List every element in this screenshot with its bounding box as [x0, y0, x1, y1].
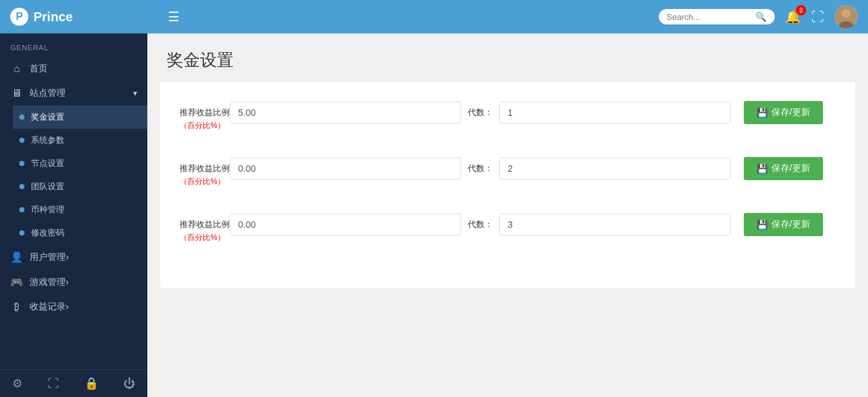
dai-shu-label-1: 代数：: [461, 102, 499, 124]
header: P Prince ☰ 🔍 🔔 8 ⛶: [0, 0, 868, 33]
hamburger-icon[interactable]: ☰: [168, 9, 180, 24]
label-text-2: 推荐收益比例: [180, 163, 230, 173]
input-group-3: 代数： 💾 保存/更新: [230, 213, 836, 236]
sidebar-user-mgmt-label: 用户管理›: [30, 252, 137, 263]
label-text-3: 推荐收益比例: [180, 219, 230, 229]
dot-icon: [19, 115, 24, 120]
label-sub-1: （百分比%）: [180, 121, 225, 130]
home-icon: ⌂: [10, 63, 23, 75]
sidebar-item-change-password[interactable]: 修改密码: [13, 221, 147, 245]
save-button-1[interactable]: 💾 保存/更新: [744, 101, 823, 124]
sidebar-income-records-label: 收益记录›: [30, 301, 137, 313]
search-box: 🔍: [659, 9, 775, 24]
sidebar-item-income-records[interactable]: ₿ 收益记录›: [0, 295, 147, 319]
fullscreen-sidebar-icon[interactable]: ⛶: [48, 377, 59, 391]
dai-shu-label-2: 代数：: [461, 158, 499, 180]
game-icon: 🎮: [10, 276, 23, 288]
save-button-2[interactable]: 💾 保存/更新: [744, 157, 823, 180]
sidebar-site-mgmt-label: 站点管理: [30, 88, 127, 99]
sidebar-item-currency-mgmt[interactable]: 币种管理: [13, 198, 147, 221]
dot-icon: [19, 161, 24, 166]
save-icon-2: 💾: [757, 163, 768, 174]
sidebar-system-params-label: 系统参数: [31, 134, 137, 146]
sidebar-item-bonus-settings[interactable]: 奖金设置: [13, 106, 147, 129]
logo: P Prince: [10, 8, 158, 26]
monitor-icon: 🖥: [10, 88, 23, 99]
content-area: 推荐收益比例 （百分比%） 代数： 💾 保存/更新 推荐收益比例: [160, 82, 855, 288]
avatar[interactable]: [835, 5, 858, 28]
sidebar-bottom: ⚙ ⛶ 🔒 ⏻: [0, 369, 147, 397]
fullscreen-icon[interactable]: ⛶: [811, 10, 824, 24]
form-label-2: 推荐收益比例 （百分比%）: [180, 157, 230, 187]
save-button-3[interactable]: 💾 保存/更新: [744, 213, 823, 236]
sidebar: GENERAL ⌂ 首页 🖥 站点管理 ▾ 奖金设置 系统参数 节点设置: [0, 33, 147, 397]
bitcoin-icon: ₿: [10, 301, 23, 313]
dot-icon: [19, 138, 24, 143]
sidebar-item-user-mgmt[interactable]: 👤 用户管理›: [0, 245, 147, 270]
chevron-down-icon: ▾: [133, 89, 137, 98]
search-input[interactable]: [667, 12, 750, 22]
label-sub-2: （百分比%）: [180, 177, 225, 186]
label-sub-3: （百分比%）: [180, 233, 225, 242]
save-label-1: 保存/更新: [771, 107, 810, 118]
search-icon[interactable]: 🔍: [755, 12, 766, 22]
sidebar-item-system-params[interactable]: 系统参数: [13, 129, 147, 152]
sidebar-bonus-settings-label: 奖金设置: [31, 111, 137, 123]
dot-icon: [19, 184, 24, 189]
header-actions: 🔍 🔔 8 ⛶: [659, 5, 858, 28]
form-row-2: 推荐收益比例 （百分比%） 代数： 💾 保存/更新: [180, 157, 836, 187]
sidebar-game-mgmt-label: 游戏管理›: [30, 277, 137, 288]
save-icon-1: 💾: [757, 107, 768, 118]
generation-input-1[interactable]: [499, 102, 731, 124]
ratio-input-3[interactable]: [230, 214, 461, 235]
header-right: ☰ 🔍 🔔 8 ⛶: [158, 5, 858, 28]
form-label-3: 推荐收益比例 （百分比%）: [180, 213, 230, 243]
dot-icon: [19, 230, 24, 235]
logo-icon: P: [10, 8, 28, 26]
label-text-1: 推荐收益比例: [180, 107, 230, 117]
layout: GENERAL ⌂ 首页 🖥 站点管理 ▾ 奖金设置 系统参数 节点设置: [0, 33, 868, 397]
svg-point-1: [842, 9, 851, 18]
sidebar-sub-items: 奖金设置 系统参数 节点设置 团队设置 币种管理 修改密码: [0, 106, 147, 245]
app-name: Prince: [33, 10, 73, 24]
power-icon[interactable]: ⏻: [124, 377, 135, 391]
sidebar-item-home[interactable]: ⌂ 首页: [0, 57, 147, 81]
input-group-1: 代数： 💾 保存/更新: [230, 101, 836, 124]
notification-bell[interactable]: 🔔 8: [785, 9, 801, 24]
generation-input-2[interactable]: [499, 158, 731, 180]
lock-icon[interactable]: 🔒: [84, 376, 98, 391]
main-content: 奖金设置 推荐收益比例 （百分比%） 代数： 💾 保存/更新: [147, 33, 868, 397]
sidebar-node-settings-label: 节点设置: [31, 158, 137, 169]
sidebar-general-label: GENERAL: [0, 33, 147, 57]
form-row-3: 推荐收益比例 （百分比%） 代数： 💾 保存/更新: [180, 213, 836, 243]
sidebar-item-team-settings[interactable]: 团队设置: [13, 175, 147, 198]
ratio-input-2[interactable]: [230, 158, 461, 180]
save-label-2: 保存/更新: [771, 163, 810, 174]
sidebar-currency-mgmt-label: 币种管理: [31, 204, 137, 216]
ratio-input-1[interactable]: [230, 102, 461, 124]
page-title: 奖金设置: [147, 33, 868, 82]
sidebar-home-label: 首页: [30, 63, 137, 75]
sidebar-item-site-mgmt[interactable]: 🖥 站点管理 ▾: [0, 81, 147, 106]
sidebar-item-game-mgmt[interactable]: 🎮 游戏管理›: [0, 270, 147, 295]
sidebar-change-password-label: 修改密码: [31, 227, 137, 239]
dai-shu-label-3: 代数：: [461, 214, 499, 235]
save-label-3: 保存/更新: [771, 219, 810, 230]
dot-icon: [19, 207, 24, 212]
input-group-2: 代数： 💾 保存/更新: [230, 157, 836, 180]
notification-badge: 8: [796, 5, 806, 15]
user-icon: 👤: [10, 251, 23, 263]
sidebar-item-node-settings[interactable]: 节点设置: [13, 152, 147, 175]
save-icon-3: 💾: [757, 219, 768, 230]
form-row-1: 推荐收益比例 （百分比%） 代数： 💾 保存/更新: [180, 101, 836, 131]
settings-icon[interactable]: ⚙: [12, 376, 23, 391]
form-label-1: 推荐收益比例 （百分比%）: [180, 101, 230, 131]
generation-input-3[interactable]: [499, 214, 731, 235]
sidebar-team-settings-label: 团队设置: [31, 181, 137, 192]
